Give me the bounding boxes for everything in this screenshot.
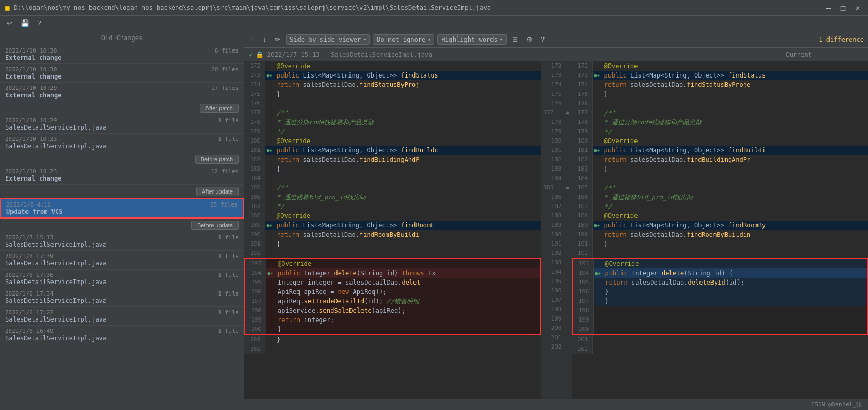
code-line: 172 @Override xyxy=(244,61,541,71)
code-line: 176 xyxy=(244,99,541,108)
change-date: 2022/1/10 10:29 xyxy=(5,85,57,92)
undo-button[interactable]: ↩ xyxy=(4,18,15,28)
code-line: 189 ●+ public List<Map<String, Object>> … xyxy=(572,221,869,230)
code-line: 181 ●+ public List<Map<String, Object>> … xyxy=(572,146,869,155)
after-update-button[interactable]: After update xyxy=(196,187,239,196)
help-button[interactable]: ? xyxy=(35,18,44,28)
minimize-button[interactable]: — xyxy=(823,3,834,13)
ignore-dropdown[interactable]: Do not ignore ▾ xyxy=(373,34,434,45)
change-desc: Update from VCS xyxy=(6,208,238,215)
ignore-arrow: ▾ xyxy=(427,36,431,42)
code-line: 179 */ xyxy=(572,127,869,136)
diff-changed-block-right: 193 @Override 194 ●+ public Integer dele… xyxy=(572,258,869,335)
code-line: 184 xyxy=(572,174,869,183)
code-line: 191 } xyxy=(572,239,869,249)
change-item[interactable]: 2022/1/10 10:23 1 file SalesDetailServic… xyxy=(0,134,244,152)
change-files: 1 file xyxy=(218,253,239,260)
current-label: Current xyxy=(785,51,812,58)
code-line: 193 @Override xyxy=(245,259,540,268)
main-toolbar: ↩ 💾 ? xyxy=(0,16,868,31)
columns-button[interactable]: ⊞ xyxy=(510,34,521,44)
diff-changed-block-left: 193 @Override 194 ●» public Integer dele… xyxy=(244,258,541,335)
change-date: 2022/1/6 17:22 xyxy=(5,309,54,316)
code-line: 179 */ xyxy=(244,127,541,136)
change-date: 2022/1/6 17:36 xyxy=(5,272,54,278)
before-update-button[interactable]: Before update xyxy=(191,221,239,230)
changes-list[interactable]: 2022/1/10 10:30 6 files External change … xyxy=(0,45,244,410)
change-files: 6 files xyxy=(215,47,239,54)
change-files: 1 file xyxy=(218,290,239,297)
code-line: 185 /** xyxy=(572,183,869,193)
change-date: 2022/1/8 4:10 xyxy=(6,201,51,208)
code-line: 190 return salesDetailDao.findRoomByBuil… xyxy=(244,230,541,239)
file-header-bar: ✓ 🔒 2022/1/7 15:13 - SalesDetailServiceI… xyxy=(244,48,868,61)
nav-down-button[interactable]: ↓ xyxy=(261,34,269,44)
change-item[interactable]: 2022/1/6 17:22 1 file SalesDetailService… xyxy=(0,307,244,326)
diff-divider: 172 173 174 175 176 177≡ 178 179 180 181… xyxy=(541,61,572,399)
change-item[interactable]: 2022/1/7 15:13 1 file SalesDetailService… xyxy=(0,232,244,251)
bottom-bar: CSDN @Daniel_张 xyxy=(244,399,868,410)
highlight-label: Highlight words xyxy=(441,36,497,43)
code-line: 199 return integer; xyxy=(245,315,540,325)
code-line: 190 return salesDetailDao.findRoomByBuil… xyxy=(572,230,869,239)
code-line: 177 /** xyxy=(244,108,541,118)
code-line: 181 ●+ public List<Map<String, Object>> … xyxy=(244,146,541,155)
settings-button[interactable]: ⚙ xyxy=(524,34,535,44)
code-line: 186 * 通过楼栋bld_pro_id找房间 xyxy=(244,193,541,202)
change-files: 1 file xyxy=(218,328,239,335)
change-date: 2022/1/10 10:30 xyxy=(5,47,57,54)
change-item[interactable]: 2022/1/6 17:34 1 file SalesDetailService… xyxy=(0,288,244,307)
old-changes-header: Old Changes xyxy=(0,31,244,45)
code-line: 180 @Override xyxy=(244,136,541,146)
change-files: 17 files xyxy=(211,85,239,92)
change-files: 25 files xyxy=(210,201,238,208)
save-button[interactable]: 💾 xyxy=(18,18,32,28)
code-line: 193 @Override xyxy=(573,259,867,268)
change-date: 2022/1/7 15:13 xyxy=(5,234,54,241)
code-line: 194 ●+ public Integer delete(String id) … xyxy=(573,268,867,278)
change-filename: SalesDetailServiceImpl.java xyxy=(5,124,239,131)
change-item[interactable]: 2022/1/6 16:49 1 file SalesDetailService… xyxy=(0,326,244,344)
change-date: 2022/1/6 17:39 xyxy=(5,253,54,260)
change-item[interactable]: 2022/1/6 17:39 1 file SalesDetailService… xyxy=(0,251,244,270)
diff-right-panel[interactable]: 172 @Override 173 ●+ public List<Map<Str… xyxy=(572,61,869,399)
change-item[interactable]: 2022/1/10 10:29 1 file SalesDetailServic… xyxy=(0,115,244,134)
diff-content: 172 @Override 173 ●+ public List<Map<Str… xyxy=(244,61,868,399)
code-line: 192 xyxy=(572,249,869,258)
diff-left-panel[interactable]: 172 @Override 173 ●+ public List<Map<Str… xyxy=(244,61,541,399)
code-line: 199 xyxy=(573,315,867,325)
close-button[interactable]: ✕ xyxy=(852,3,863,13)
check-mark-icon: ✓ xyxy=(249,50,253,59)
edit-button[interactable]: ✏ xyxy=(272,34,283,44)
change-item[interactable]: 2022/1/10 10:23 12 files External change xyxy=(0,166,244,185)
after-patch-button[interactable]: After patch xyxy=(200,104,239,113)
before-patch-label: Before patch xyxy=(0,152,244,166)
change-desc: External change xyxy=(5,175,239,182)
watermark: CSDN @Daniel_张 xyxy=(811,401,862,408)
code-line: 176 xyxy=(572,99,869,108)
help-diff-button[interactable]: ? xyxy=(538,34,547,44)
change-item[interactable]: 2022/1/6 17:36 1 file SalesDetailService… xyxy=(0,270,244,288)
viewer-dropdown[interactable]: Side-by-side viewer ▾ xyxy=(286,34,370,45)
change-item[interactable]: 2022/1/10 10:30 6 files External change xyxy=(0,45,244,64)
change-item[interactable]: 2022/1/10 10:29 17 files External change xyxy=(0,83,244,101)
nav-up-button[interactable]: ↑ xyxy=(249,34,257,44)
change-item[interactable]: 2022/1/10 10:30 20 files External change xyxy=(0,64,244,83)
code-line: 201 xyxy=(572,335,869,344)
file-timestamp: 2022/1/7 15:13 - SalesDetailServiceImpl.… xyxy=(267,51,432,58)
highlight-dropdown[interactable]: Highlight words ▾ xyxy=(437,34,506,45)
change-item-selected[interactable]: 2022/1/8 4:10 25 files Update from VCS xyxy=(0,198,244,219)
diff-toolbar: ↑ ↓ ✏ Side-by-side viewer ▾ Do not ignor… xyxy=(244,31,868,48)
code-line: 196 } xyxy=(573,287,867,297)
code-line: 202 xyxy=(244,344,541,354)
window-controls: — □ ✕ xyxy=(823,3,863,13)
code-line: 191 } xyxy=(244,239,541,249)
title-path: D:\logan\nos\my-nos-backend\logan-nos-ba… xyxy=(14,4,823,11)
ignore-label: Do not ignore xyxy=(377,36,425,43)
before-update-label: Before update xyxy=(0,219,244,232)
code-line: 189 ●+ public List<Map<String, Object>> … xyxy=(244,221,541,230)
maximize-button[interactable]: □ xyxy=(838,3,848,13)
before-patch-button[interactable]: Before patch xyxy=(195,155,239,164)
code-line: 175 } xyxy=(244,89,541,99)
change-files: 1 file xyxy=(218,272,239,278)
